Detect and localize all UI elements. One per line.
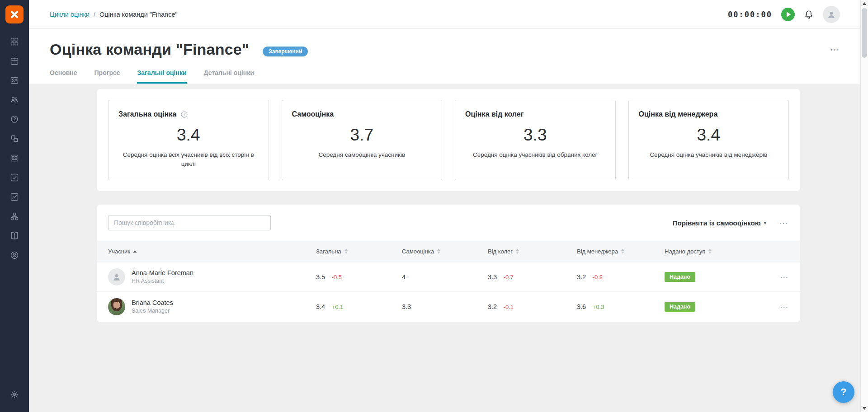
time-tracking-icon: [10, 115, 19, 124]
card-peers-score: Оцінка від колег 3.3 Середня оцінка учас…: [455, 100, 616, 180]
scrollbar-thumb[interactable]: [862, 8, 867, 58]
tab-main[interactable]: Основне: [50, 69, 77, 84]
search-input[interactable]: [108, 215, 271, 230]
participants-panel: Порівняти із самооцінкою ▾ ⋯ Учасник Заг…: [97, 205, 800, 322]
sidebar-item-news[interactable]: [0, 148, 29, 168]
row-more-button[interactable]: ⋯: [780, 302, 789, 312]
access-granted-badge: Надано: [665, 272, 695, 282]
card-title-row: Загальна оцінка: [118, 110, 259, 118]
breadcrumb: Цикли оцінки / Оцінка команди "Finance": [50, 11, 178, 18]
org-structure-icon: [10, 212, 19, 221]
sidebar-item-support[interactable]: [0, 245, 29, 265]
table-row: Briana Coates Sales Manager 3.4 +0.1 3.3…: [97, 291, 800, 321]
sort-icon: [515, 248, 519, 254]
compare-dropdown[interactable]: Порівняти із самооцінкою ▾: [673, 219, 766, 227]
sidebar-item-employee-card[interactable]: [0, 70, 29, 90]
info-icon[interactable]: [180, 111, 188, 118]
column-header-participant[interactable]: Учасник: [108, 248, 316, 255]
content: Загальна оцінка 3.4 Середня оцінка всіх …: [29, 84, 868, 412]
card-title-row: Оцінка від колег: [465, 110, 605, 118]
card-description: Середня оцінка учасників від менеджерів: [639, 150, 779, 159]
modules-icon: [10, 134, 19, 143]
card-title: Оцінка від колег: [465, 110, 524, 118]
sidebar-item-org-structure[interactable]: [0, 206, 29, 226]
card-value: 3.4: [118, 126, 259, 145]
table-row: Anna-Marie Foreman HR Assistant 3.5 -0.5…: [97, 262, 800, 291]
card-title-row: Оцінка від менеджера: [639, 110, 779, 118]
table-more-button[interactable]: ⋯: [779, 218, 789, 228]
column-header-overall[interactable]: Загальна: [316, 248, 402, 255]
dashboard-icon: [10, 37, 19, 46]
sidebar-item-calendar[interactable]: [0, 51, 29, 70]
self-score: 3.3: [402, 303, 411, 310]
sidebar-item-tasks[interactable]: [0, 168, 29, 187]
app-logo[interactable]: [5, 5, 24, 23]
participant-role: HR Assistant: [132, 277, 193, 285]
breadcrumb-current: Оцінка команди "Finance": [99, 11, 178, 18]
participant-link[interactable]: Briana Coates Sales Manager: [108, 298, 316, 315]
tab-detailed-scores[interactable]: Детальні оцінки: [204, 69, 254, 84]
tab-progress[interactable]: Прогрес: [94, 69, 120, 84]
sidebar-item-dashboard[interactable]: [0, 32, 29, 51]
scrollbar-down-arrow[interactable]: [861, 405, 868, 412]
card-overall-score: Загальна оцінка 3.4 Середня оцінка всіх …: [108, 100, 269, 180]
page-header: Оцінка команди "Finance" Завершений ⋯ Ос…: [29, 29, 868, 84]
card-manager-score: Оцінка від менеджера 3.4 Середня оцінка …: [628, 100, 789, 180]
breadcrumb-separator: /: [94, 11, 95, 18]
sidebar-item-settings[interactable]: [0, 384, 29, 404]
sidebar-item-modules[interactable]: [0, 129, 29, 148]
card-title: Загальна оцінка: [118, 110, 176, 118]
scrollbar[interactable]: [860, 0, 868, 412]
notifications-button[interactable]: [804, 9, 814, 19]
scrollbar-up-arrow[interactable]: [861, 0, 868, 7]
sort-icon: [437, 248, 441, 254]
topbar-right: 00:00:00: [728, 6, 840, 23]
support-person-icon: [10, 251, 19, 260]
person-icon: [112, 272, 122, 282]
people-icon: [10, 95, 19, 104]
logo-x-icon: [9, 9, 20, 20]
score-delta: -0.1: [504, 304, 514, 310]
user-avatar[interactable]: [823, 6, 840, 23]
column-header-access[interactable]: Надано доступ: [665, 248, 769, 255]
table-toolbar: Порівняти із самооцінкою ▾ ⋯: [97, 205, 800, 241]
participant-role: Sales Manager: [132, 307, 173, 315]
title-row: Оцінка команди "Finance" Завершений ⋯: [50, 41, 840, 58]
card-description: Середня оцінка учасників від обраних кол…: [465, 150, 605, 159]
peers-score: 3.2: [488, 303, 497, 310]
participant-name: Anna-Marie Foreman: [132, 269, 193, 278]
news-icon: [10, 154, 19, 163]
toolbar-right: Порівняти із самооцінкою ▾ ⋯: [673, 218, 789, 228]
score-delta: +0.3: [593, 304, 604, 310]
sidebar-item-people[interactable]: [0, 90, 29, 109]
access-granted-badge: Надано: [665, 302, 695, 312]
employee-card-icon: [10, 76, 19, 85]
sidebar-item-analytics[interactable]: [0, 187, 29, 206]
participant-link[interactable]: Anna-Marie Foreman HR Assistant: [108, 268, 316, 286]
bell-icon: [804, 9, 814, 19]
timer-play-button[interactable]: [781, 8, 795, 21]
tabs: Основне Прогрес Загальні оцінки Детальні…: [50, 69, 840, 84]
card-description: Середня оцінка всіх учасників від всіх с…: [118, 150, 259, 168]
person-icon: [826, 9, 836, 19]
help-button[interactable]: ?: [833, 381, 854, 403]
sidebar-item-knowledge-base[interactable]: [0, 226, 29, 245]
row-more-button[interactable]: ⋯: [780, 272, 789, 282]
score-delta: -0.8: [593, 274, 603, 281]
tab-overall-scores[interactable]: Загальні оцінки: [137, 69, 186, 84]
page-more-button[interactable]: ⋯: [830, 45, 840, 54]
column-header-manager[interactable]: Від менеджера: [577, 248, 665, 255]
column-header-self[interactable]: Самооцінка: [402, 248, 488, 255]
knowledge-base-icon: [10, 231, 19, 240]
score-delta: -0.7: [504, 274, 514, 281]
card-value: 3.4: [639, 126, 779, 145]
column-header-peers[interactable]: Від колег: [488, 248, 577, 255]
card-description: Середня самооцінка учасників: [292, 150, 432, 159]
card-value: 3.3: [465, 126, 605, 145]
sidebar-item-time-tracking[interactable]: [0, 109, 29, 129]
settings-gear-icon: [10, 390, 19, 399]
breadcrumb-link-cycles[interactable]: Цикли оцінки: [50, 11, 90, 18]
participant-name: Briana Coates: [132, 299, 173, 308]
sidebar-nav: [0, 32, 29, 404]
sort-icon: [621, 248, 625, 254]
